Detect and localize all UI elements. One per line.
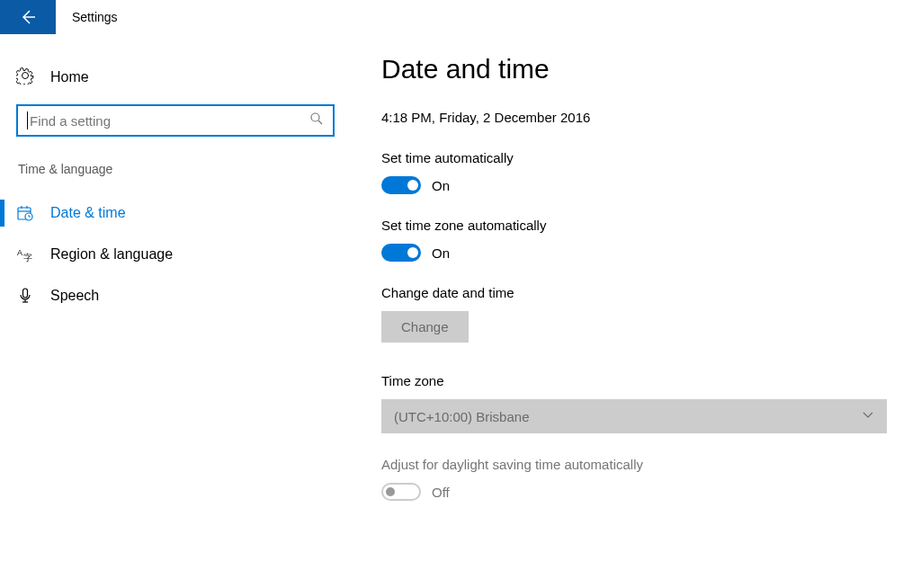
set-timezone-auto-toggle[interactable] [381, 244, 421, 262]
sidebar-item-region-language[interactable]: A 字 Region & language [16, 234, 342, 275]
sidebar: Home Time & language [0, 34, 342, 588]
chevron-down-icon [862, 408, 874, 424]
svg-text:A: A [17, 248, 22, 257]
page-title: Date and time [381, 54, 894, 85]
set-time-auto-toggle[interactable] [381, 176, 421, 194]
dst-label: Adjust for daylight saving time automati… [381, 457, 894, 472]
sidebar-item-speech[interactable]: Speech [16, 275, 342, 316]
set-time-auto-state: On [432, 178, 450, 193]
timezone-select: (UTC+10:00) Brisbane [381, 399, 887, 433]
search-input[interactable] [30, 113, 309, 129]
svg-point-0 [311, 113, 319, 121]
search-box[interactable] [16, 104, 335, 137]
sidebar-item-date-time[interactable]: Date & time [16, 192, 342, 234]
sidebar-item-label: Speech [50, 288, 99, 304]
calendar-clock-icon [16, 205, 34, 221]
gear-icon [16, 67, 34, 88]
microphone-icon [16, 288, 34, 304]
set-time-auto-label: Set time automatically [381, 150, 894, 165]
dst-state: Off [432, 485, 450, 500]
svg-line-1 [318, 120, 322, 124]
set-timezone-auto-state: On [432, 245, 450, 261]
search-icon [309, 111, 324, 129]
sidebar-item-label: Date & time [50, 205, 126, 221]
change-datetime-label: Change date and time [381, 285, 894, 300]
text-cursor [27, 111, 28, 129]
header-title: Settings [72, 10, 118, 24]
main-content: Date and time 4:18 PM, Friday, 2 Decembe… [342, 34, 921, 588]
home-nav[interactable]: Home [16, 59, 342, 104]
app-header: Settings [0, 0, 921, 34]
dst-toggle [381, 483, 421, 501]
timezone-value: (UTC+10:00) Brisbane [394, 409, 529, 424]
home-label: Home [50, 69, 89, 85]
svg-text:字: 字 [23, 253, 32, 263]
change-button: Change [381, 311, 469, 343]
svg-rect-11 [23, 289, 28, 298]
sidebar-category-label: Time & language [16, 162, 342, 176]
sidebar-item-label: Region & language [50, 246, 173, 263]
language-icon: A 字 [16, 246, 34, 263]
current-datetime: 4:18 PM, Friday, 2 December 2016 [381, 110, 894, 125]
set-timezone-auto-label: Set time zone automatically [381, 218, 894, 233]
timezone-label: Time zone [381, 373, 894, 388]
back-arrow-icon [19, 8, 37, 26]
back-button[interactable] [0, 0, 56, 34]
